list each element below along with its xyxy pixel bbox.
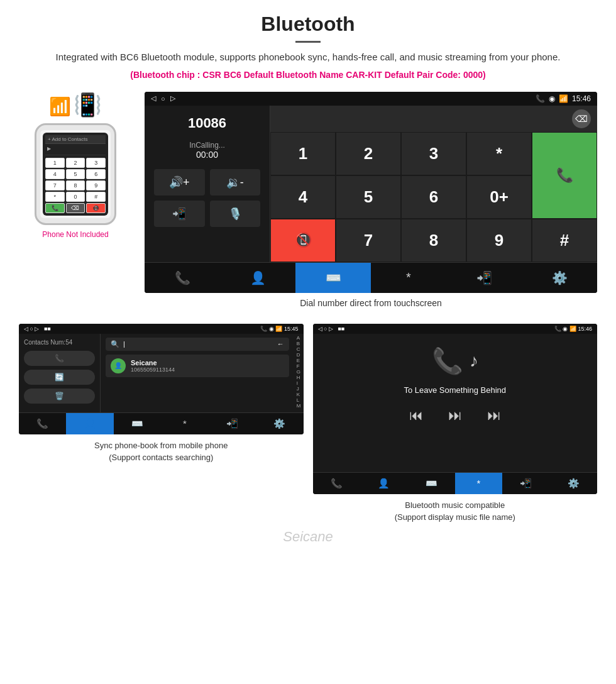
key-3[interactable]: 3 (401, 132, 466, 175)
nav-keypad-btn[interactable]: ⌨️ (295, 263, 371, 293)
contacts-refresh-btn[interactable]: 🔄 (24, 370, 95, 385)
play-pause-btn[interactable]: ⏭ (448, 407, 462, 424)
key-star[interactable]: * (466, 132, 532, 175)
mnav-bt[interactable]: * (455, 473, 502, 494)
mnav-call[interactable]: 📞 (313, 473, 360, 494)
key-9[interactable]: 9 (466, 219, 532, 262)
hangup-red-btn[interactable]: 📵 (270, 219, 336, 262)
contacts-alpha-sidebar: A B C D E F G H I J K L M (294, 334, 304, 412)
key-hash[interactable]: # (532, 219, 597, 262)
key-1[interactable]: 1 (270, 132, 336, 175)
music-note-icon: ♪ (470, 351, 478, 371)
nav-call-btn[interactable]: 📞 (145, 263, 220, 293)
key-4[interactable]: 4 (270, 175, 336, 219)
location-icon: ◉ (549, 94, 555, 103)
music-android-screen: ◁ ○ ▷ ■■ 📞 ◉ 📶 15:46 📞 ♪ To Leave Someth… (313, 324, 598, 494)
main-content: 📶 📳 + Add to Contacts ▶ 1 2 (0, 92, 616, 563)
recents-icon: ▷ (170, 94, 175, 102)
cnav-keypad[interactable]: ⌨️ (114, 413, 161, 434)
cnav-contacts[interactable]: 👤 (66, 413, 113, 434)
nav-bt-btn[interactable]: * (371, 263, 446, 293)
nav-contacts-btn[interactable]: 👤 (220, 263, 295, 293)
contact-name: Seicane (131, 359, 175, 367)
search-cursor: | (123, 340, 125, 348)
next-track-btn[interactable]: ⏭ (487, 407, 501, 424)
music-sb-right: 📞 ◉ 📶 15:46 (554, 326, 592, 332)
key-5[interactable]: 5 (336, 175, 401, 219)
bottom-screenshots: ◁ ○ ▷ ■■ 📞 ◉ 📶 15:45 Contacts Num:54 📞 🔄… (19, 324, 597, 524)
dial-left-panel: 10086 InCalling... 00:00 🔊+ 🔉- 📲 🎙️ (145, 106, 270, 262)
contacts-status-bar: ◁ ○ ▷ ■■ 📞 ◉ 📶 15:45 (19, 324, 304, 334)
key-0plus[interactable]: 0+ (466, 175, 532, 219)
nav-transfer-nav-btn[interactable]: 📲 (446, 263, 522, 293)
volume-up-btn[interactable]: 🔊+ (154, 169, 205, 196)
cnav-bt[interactable]: * (161, 413, 208, 434)
prev-track-btn[interactable]: ⏮ (409, 407, 423, 424)
music-phone-icon: 📞 (432, 346, 463, 376)
phone-container: 📶 📳 + Add to Contacts ▶ 1 2 (19, 92, 132, 239)
contacts-delete-btn[interactable]: 🗑️ (24, 389, 95, 404)
contacts-caption-line2: (Support contacts searching) (109, 453, 213, 462)
mic-btn[interactable]: 🎙️ (210, 201, 261, 227)
search-icon: 🔍 (111, 340, 119, 348)
dial-screen-wrapper: ◁ ○ ▷ 📞 ◉ 📶 15:46 10086 (145, 92, 597, 317)
contacts-caption-line1: Sync phone-book from mobile phone (94, 441, 228, 450)
bluetooth-icon: 📳 (74, 92, 102, 118)
music-caption-line1: Bluetooth music compatible (405, 500, 505, 510)
music-caption: Bluetooth music compatible (Support disp… (313, 499, 598, 524)
contact-info: Seicane 10655059113144 (131, 359, 175, 373)
key-6[interactable]: 6 (401, 175, 466, 219)
mnav-contacts[interactable]: 👤 (360, 473, 407, 494)
cnav-settings[interactable]: ⚙️ (256, 413, 303, 434)
wifi-icon: 📶 (559, 94, 568, 103)
contact-list-item: 👤 Seicane 10655059113144 (106, 355, 289, 377)
dial-body: 10086 InCalling... 00:00 🔊+ 🔉- 📲 🎙️ (145, 106, 597, 262)
contacts-caption: Sync phone-book from mobile phone (Suppo… (19, 439, 304, 464)
home-icon: ○ (161, 95, 165, 102)
key-8[interactable]: 8 (401, 219, 466, 262)
contacts-search-bar: 🔍 | ← (106, 338, 289, 351)
music-nav-bar: 📞 👤 ⌨️ * 📲 ⚙️ (313, 472, 598, 494)
call-green-btn[interactable]: 📞 (532, 132, 597, 219)
contact-avatar: 👤 (111, 358, 126, 373)
bluetooth-icon-area: 📶 📳 (49, 92, 102, 118)
cnav-transfer[interactable]: 📲 (209, 413, 256, 434)
dial-status-bar: ◁ ○ ▷ 📞 ◉ 📶 15:46 (145, 92, 597, 106)
back-icon: ◁ (151, 94, 156, 102)
key-2[interactable]: 2 (336, 132, 401, 175)
mnav-transfer[interactable]: 📲 (502, 473, 549, 494)
key-7[interactable]: 7 (336, 219, 401, 262)
cnav-call[interactable]: 📞 (19, 413, 66, 434)
backspace-button[interactable]: ⌫ (572, 109, 591, 128)
contacts-search-panel: 🔍 | ← 👤 Seicane 10655059113144 (101, 334, 294, 412)
dial-caption: Dial number direct from touchscreen (145, 298, 597, 308)
contacts-nav-bar: 📞 👤 ⌨️ * 📲 ⚙️ (19, 412, 304, 434)
call-icon: 📞 (536, 94, 545, 103)
dial-keypad: ⌫ 1 2 3 * 📞 4 5 6 0+ 📵 (270, 106, 597, 262)
contacts-sb-left: ◁ ○ ▷ ■■ (24, 326, 51, 332)
signal-waves-icon: 📶 (49, 96, 71, 117)
header-description: Integrated with BC6 Bluetooth module, su… (25, 50, 591, 65)
nav-settings-btn[interactable]: ⚙️ (522, 263, 597, 293)
contacts-call-btn[interactable]: 📞 (24, 351, 95, 366)
keypad-top: ⌫ (270, 106, 597, 132)
phone-mockup: + Add to Contacts ▶ 1 2 3 4 5 6 7 (35, 123, 116, 225)
music-body: 📞 ♪ To Leave Something Behind ⏮ ⏭ ⏭ (313, 334, 598, 472)
dial-calling-info: InCalling... 00:00 (154, 141, 260, 160)
title-divider (295, 41, 321, 43)
contacts-android-screen: ◁ ○ ▷ ■■ 📞 ◉ 📶 15:45 Contacts Num:54 📞 🔄… (19, 324, 304, 434)
calling-time: 00:00 (154, 150, 260, 160)
dial-android-screen: ◁ ○ ▷ 📞 ◉ 📶 15:46 10086 (145, 92, 597, 293)
mnav-settings[interactable]: ⚙️ (550, 473, 597, 494)
music-caption-line2: (Support display music file name) (395, 512, 515, 522)
volume-down-btn[interactable]: 🔉- (210, 169, 261, 196)
status-bar-right: 📞 ◉ 📶 15:46 (536, 94, 591, 103)
top-section: 📶 📳 + Add to Contacts ▶ 1 2 (19, 92, 597, 317)
status-bar-left: ◁ ○ ▷ (151, 94, 175, 102)
music-controls: ⏮ ⏭ ⏭ (409, 407, 501, 424)
page-header: Bluetooth Integrated with BC6 Bluetooth … (0, 0, 616, 92)
music-sb-left: ◁ ○ ▷ ■■ (318, 326, 345, 332)
transfer-btn[interactable]: 📲 (154, 201, 205, 227)
mnav-keypad[interactable]: ⌨️ (407, 473, 454, 494)
phone-screen: + Add to Contacts ▶ 1 2 3 4 5 6 7 (40, 130, 111, 218)
